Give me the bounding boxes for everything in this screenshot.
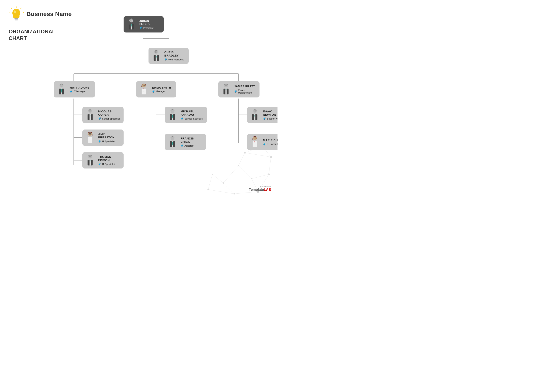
card-matt-adams: MATT ADAMS 🧳 IT Manager bbox=[54, 81, 95, 98]
briefcase-icon: 🧳 bbox=[181, 144, 184, 147]
card-chris-bradley: CHRIS BRADLEY 🧳 Vice President bbox=[148, 48, 189, 64]
card-name-nicolas: NICOLAS COPER bbox=[98, 110, 121, 116]
svg-point-102 bbox=[255, 110, 256, 111]
card-francis-crick: FRANCIS CRICK 🧳 Asisstant bbox=[165, 134, 206, 150]
svg-point-80 bbox=[144, 89, 144, 90]
svg-rect-8 bbox=[15, 21, 18, 21]
svg-line-49 bbox=[239, 166, 251, 179]
svg-point-95 bbox=[171, 110, 172, 111]
card-name-matt: MATT ADAMS bbox=[70, 86, 89, 89]
briefcase-icon: 🧳 bbox=[98, 117, 101, 120]
card-role-matt: 🧳 IT Manager bbox=[70, 90, 89, 93]
card-name-thoman: THOMAN EDISON bbox=[98, 155, 121, 162]
svg-point-84 bbox=[226, 85, 227, 86]
lightbulb-icon bbox=[9, 7, 24, 22]
card-name-amy: AMY PRESSTON bbox=[98, 133, 121, 139]
svg-point-125 bbox=[255, 144, 255, 144]
card-name-emma: EMMA SMITH bbox=[152, 86, 171, 89]
card-name-chris: CHRIS BRADLEY bbox=[164, 51, 186, 57]
svg-point-124 bbox=[255, 142, 255, 143]
card-role-amy: 🧳 IT Specialist bbox=[98, 140, 121, 143]
briefcase-icon: 🧳 bbox=[263, 117, 266, 120]
svg-rect-7 bbox=[15, 20, 18, 20]
svg-point-110 bbox=[90, 137, 91, 137]
logo-area: Business Name bbox=[9, 7, 72, 22]
svg-line-1 bbox=[21, 8, 22, 9]
briefcase-icon: 🧳 bbox=[234, 90, 237, 93]
briefcase-icon: 🧳 bbox=[263, 143, 266, 146]
svg-line-53 bbox=[223, 183, 234, 194]
avatar-james bbox=[220, 82, 232, 97]
svg-point-77 bbox=[144, 85, 145, 86]
avatar-matt bbox=[56, 82, 67, 97]
svg-point-107 bbox=[89, 133, 90, 134]
svg-line-43 bbox=[245, 153, 271, 157]
card-role-marie: 🧳 IT Consultant bbox=[263, 143, 278, 146]
branding: CREATED BY TemplateLAB bbox=[249, 185, 271, 192]
svg-point-83 bbox=[225, 85, 226, 86]
card-info-chris: CHRIS BRADLEY 🧳 Vice President bbox=[164, 51, 186, 61]
card-role-johan: 🧳 President bbox=[139, 26, 161, 29]
svg-point-111 bbox=[90, 138, 90, 138]
briefcase-icon: 🧳 bbox=[181, 117, 184, 120]
svg-point-112 bbox=[90, 139, 90, 140]
svg-point-115 bbox=[173, 137, 174, 138]
svg-line-4 bbox=[9, 13, 10, 13]
svg-point-120 bbox=[254, 137, 255, 138]
svg-line-52 bbox=[234, 192, 258, 194]
card-info-francis: FRANCIS CRICK 🧳 Asisstant bbox=[181, 137, 203, 147]
avatar-chris bbox=[150, 48, 162, 64]
card-isaac-newton: ISAAC NEWTON 🧳 Support Manager bbox=[247, 107, 278, 123]
svg-point-65 bbox=[157, 51, 157, 52]
card-emma-smith: EMMA SMITH 🧳 Manager bbox=[136, 81, 176, 98]
svg-point-127 bbox=[89, 156, 90, 157]
card-role-nicolas: 🧳 Senior Specialist bbox=[98, 117, 121, 120]
card-name-francis: FRANCIS CRICK bbox=[181, 137, 203, 143]
svg-line-2 bbox=[23, 13, 24, 13]
avatar-marie bbox=[249, 134, 261, 150]
briefcase-icon: 🧳 bbox=[98, 163, 101, 165]
card-nicolas-coper: NICOLAS COPER 🧳 Senior Specialist bbox=[82, 107, 124, 123]
svg-point-70 bbox=[60, 85, 61, 86]
card-info-isaac: ISAAC NEWTON 🧳 Support Manager bbox=[263, 110, 278, 120]
logo-divider bbox=[9, 25, 52, 25]
svg-point-71 bbox=[62, 85, 62, 86]
svg-point-121 bbox=[255, 137, 256, 138]
svg-line-3 bbox=[11, 8, 12, 9]
svg-line-44 bbox=[269, 157, 271, 174]
svg-point-114 bbox=[171, 137, 172, 138]
card-role-francis: 🧳 Asisstant bbox=[181, 144, 203, 147]
svg-point-58 bbox=[130, 20, 131, 21]
svg-point-89 bbox=[89, 110, 90, 111]
card-info-thoman: THOMAN EDISON 🧳 IT Specialist bbox=[98, 155, 121, 165]
svg-point-96 bbox=[173, 110, 174, 111]
svg-point-108 bbox=[90, 133, 91, 134]
card-role-james: 🧳 Project Management bbox=[234, 89, 256, 94]
svg-point-123 bbox=[255, 141, 256, 142]
card-name-johan: JOHAN PETERS bbox=[139, 20, 161, 26]
svg-line-56 bbox=[208, 190, 234, 194]
svg-line-51 bbox=[223, 166, 239, 183]
card-name-marie: MARIE CURIE bbox=[263, 139, 278, 142]
card-info-marie: MARIE CURIE 🧳 IT Consultant bbox=[263, 139, 278, 146]
branding-created: CREATED BY bbox=[249, 185, 271, 188]
chart-title: ORGANIZATIONAL CHART bbox=[9, 28, 56, 42]
branding-name: TemplateLAB bbox=[249, 188, 271, 192]
card-info-amy: AMY PRESSTON 🧳 IT Specialist bbox=[98, 133, 121, 143]
card-james-pratt: JAMES PRATT 🧳 Project Management bbox=[218, 81, 260, 98]
card-name-isaac: ISAAC NEWTON bbox=[263, 110, 278, 116]
card-marie-curie: MARIE CURIE 🧳 IT Consultant bbox=[247, 134, 278, 150]
briefcase-icon: 🧳 bbox=[139, 26, 142, 29]
avatar-amy bbox=[84, 130, 96, 146]
svg-point-101 bbox=[254, 110, 255, 111]
svg-rect-6 bbox=[14, 18, 18, 19]
card-johan-peters: JOHAN PETERS 🧳 President bbox=[124, 16, 164, 33]
card-name-james: JAMES PRATT bbox=[234, 85, 256, 88]
card-info-emma: EMMA SMITH 🧳 Manager bbox=[152, 86, 171, 93]
card-role-michael: 🧳 Service Specialist bbox=[181, 117, 204, 120]
svg-point-59 bbox=[131, 20, 132, 21]
svg-point-76 bbox=[143, 85, 144, 86]
avatar-thoman bbox=[84, 153, 96, 168]
avatar-johan bbox=[125, 17, 137, 32]
avatar-isaac bbox=[249, 107, 261, 123]
